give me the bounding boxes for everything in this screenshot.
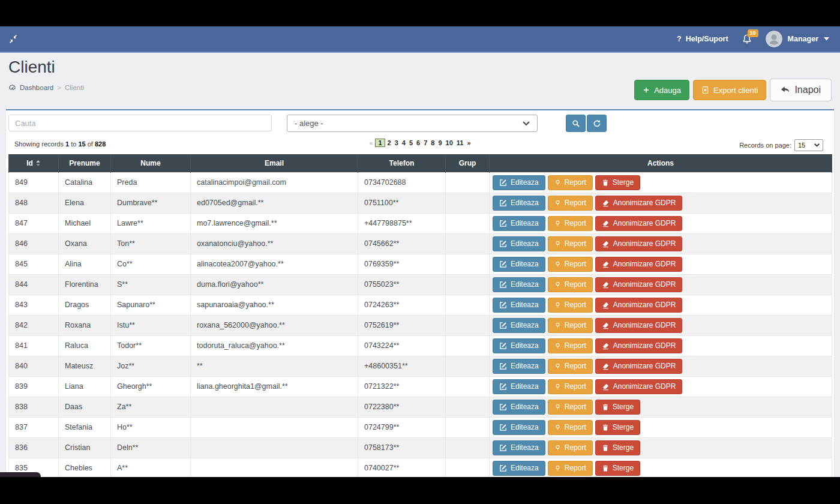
edit-button-label: Editeaza <box>511 199 539 207</box>
gdpr-row-button[interactable]: Anonimizare GDPR <box>595 257 683 272</box>
filter-select[interactable]: - alege - <box>287 115 538 132</box>
pagination-page-9[interactable]: 9 <box>437 139 443 147</box>
pencil-square-icon <box>499 403 507 411</box>
edit-row-button[interactable]: Editeaza <box>493 175 545 190</box>
pagination-page-8[interactable]: 8 <box>430 139 436 147</box>
user-menu[interactable]: Manager <box>766 31 829 47</box>
notifications-button[interactable]: 10 <box>742 34 752 44</box>
pagination-next[interactable]: » <box>466 139 472 147</box>
cell-telefon: 0721322** <box>358 376 446 397</box>
gdpr-row-button[interactable]: Anonimizare GDPR <box>595 277 683 292</box>
delete-row-button[interactable]: Sterge <box>595 440 640 455</box>
gdpr-row-button[interactable]: Anonimizare GDPR <box>595 298 683 313</box>
pagination-prev[interactable]: « <box>368 139 374 147</box>
edit-row-button[interactable]: Editeaza <box>493 216 545 231</box>
cell-id: 845 <box>9 254 59 274</box>
report-row-button[interactable]: Report <box>548 379 593 394</box>
table-row: 839LianaGheorgh**liana.gheorghita1@gmail… <box>9 376 832 397</box>
eraser-icon <box>602 301 610 309</box>
compress-icon[interactable] <box>8 34 18 44</box>
cell-email: ** <box>191 356 358 376</box>
pagination-page-7[interactable]: 7 <box>422 139 428 147</box>
report-row-button[interactable]: Report <box>548 257 593 272</box>
report-row-button[interactable]: Report <box>548 298 593 313</box>
pagination-page-2[interactable]: 2 <box>386 139 392 147</box>
edit-row-button[interactable]: Editeaza <box>493 379 545 394</box>
delete-row-button[interactable]: Sterge <box>595 175 640 190</box>
report-row-button[interactable]: Report <box>548 175 593 190</box>
report-button-label: Report <box>565 382 586 391</box>
plus-icon <box>643 86 650 94</box>
edit-row-button[interactable]: Editeaza <box>493 298 545 313</box>
cell-actions: EditeazaReportAnonimizare GDPR <box>490 295 832 315</box>
gdpr-row-button[interactable]: Anonimizare GDPR <box>595 318 683 333</box>
edit-row-button[interactable]: Editeaza <box>493 277 545 292</box>
pagination-page-6[interactable]: 6 <box>415 139 421 147</box>
eraser-icon <box>602 281 610 289</box>
pagination-page-1[interactable]: 1 <box>375 139 385 147</box>
search-button[interactable] <box>566 115 586 132</box>
pencil-square-icon <box>499 240 507 248</box>
table-row: 842RoxanaIstu**roxana_562000@yahoo.**075… <box>9 315 832 335</box>
gdpr-row-button[interactable]: Anonimizare GDPR <box>595 338 683 353</box>
edit-row-button[interactable]: Editeaza <box>493 461 545 476</box>
edit-row-button[interactable]: Editeaza <box>493 400 545 415</box>
cell-grup <box>446 376 490 397</box>
pagination-page-10[interactable]: 10 <box>445 139 454 147</box>
report-row-button[interactable]: Report <box>548 196 593 211</box>
report-row-button[interactable]: Report <box>548 236 593 251</box>
edit-row-button[interactable]: Editeaza <box>493 196 545 211</box>
column-header-id[interactable]: Id <box>9 154 59 172</box>
lightbulb-icon <box>554 424 561 431</box>
report-row-button[interactable]: Report <box>548 216 593 231</box>
edit-row-button[interactable]: Editeaza <box>493 338 545 353</box>
delete-row-button[interactable]: Sterge <box>595 461 640 476</box>
cell-email: sapunaroaia@yahoo.** <box>191 295 358 315</box>
search-input[interactable] <box>8 115 272 131</box>
cell-telefon: 0734702688 <box>358 172 446 193</box>
back-button[interactable]: Inapoi <box>770 79 832 101</box>
delete-row-button[interactable]: Sterge <box>595 400 640 415</box>
cell-nume: Ho** <box>111 417 191 437</box>
gdpr-row-button[interactable]: Anonimizare GDPR <box>595 379 683 394</box>
toolbar: Adauga Export clienti Inapoi <box>634 79 832 101</box>
delete-row-button[interactable]: Sterge <box>595 420 640 435</box>
report-row-button[interactable]: Report <box>548 277 593 292</box>
edit-row-button[interactable]: Editeaza <box>493 257 545 272</box>
report-row-button[interactable]: Report <box>548 359 593 374</box>
gdpr-button-label: Anonimizare GDPR <box>613 301 676 309</box>
export-clients-button[interactable]: Export clienti <box>693 80 766 100</box>
edit-row-button[interactable]: Editeaza <box>493 440 545 455</box>
edit-row-button[interactable]: Editeaza <box>493 359 545 374</box>
eraser-icon <box>602 199 610 207</box>
pagination-page-3[interactable]: 3 <box>394 139 400 147</box>
report-row-button[interactable]: Report <box>548 400 593 415</box>
report-row-button[interactable]: Report <box>548 440 593 455</box>
add-button[interactable]: Adauga <box>634 80 689 100</box>
cell-email <box>191 458 358 477</box>
pagination-page-11[interactable]: 11 <box>455 139 465 147</box>
refresh-button[interactable] <box>587 115 607 132</box>
edit-row-button[interactable]: Editeaza <box>493 318 545 333</box>
screen: ? Help/Suport 10 <box>0 0 840 504</box>
table-row: 845AlinaCo**alinacotea2007@yahoo.**07693… <box>9 254 832 274</box>
edit-button-label: Editeaza <box>511 239 539 248</box>
gdpr-row-button[interactable]: Anonimizare GDPR <box>595 359 683 374</box>
gdpr-row-button[interactable]: Anonimizare GDPR <box>595 196 683 211</box>
cell-prenume: Raluca <box>59 335 111 356</box>
edit-row-button[interactable]: Editeaza <box>493 236 545 251</box>
cell-actions: EditeazaReportSterge <box>490 397 832 417</box>
pagination-page-4[interactable]: 4 <box>401 139 407 147</box>
help-support-link[interactable]: ? Help/Suport <box>677 35 728 43</box>
breadcrumb-root[interactable]: Dashboard <box>20 84 53 91</box>
cell-email: liana.gheorghita1@gmail.** <box>191 376 358 397</box>
gdpr-row-button[interactable]: Anonimizare GDPR <box>595 236 683 251</box>
report-row-button[interactable]: Report <box>548 420 593 435</box>
report-row-button[interactable]: Report <box>548 461 593 476</box>
report-row-button[interactable]: Report <box>548 318 593 333</box>
report-row-button[interactable]: Report <box>548 338 593 353</box>
pagination-page-5[interactable]: 5 <box>408 139 414 147</box>
gdpr-row-button[interactable]: Anonimizare GDPR <box>595 216 683 231</box>
records-per-page-select[interactable]: 15 <box>794 139 823 151</box>
edit-row-button[interactable]: Editeaza <box>493 420 545 435</box>
